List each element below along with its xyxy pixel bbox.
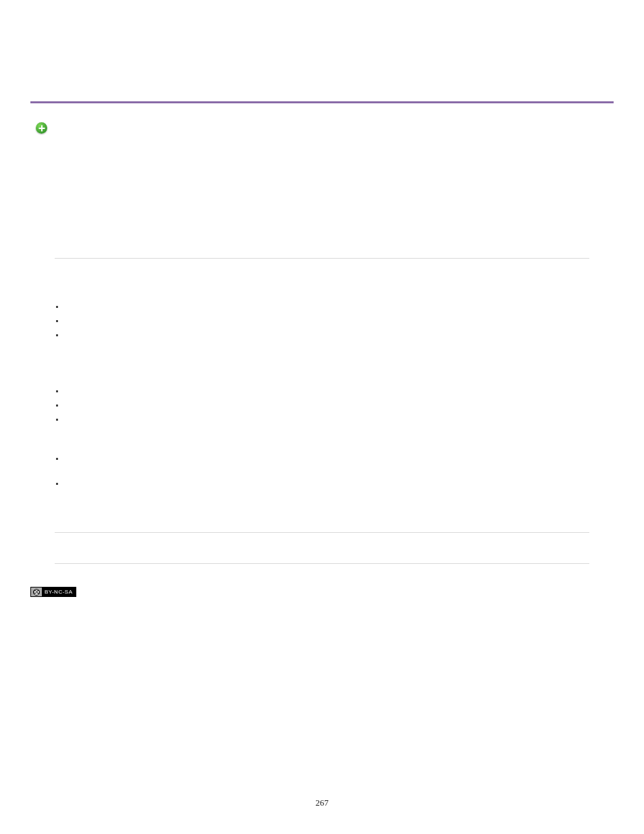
list-item: [56, 458, 58, 460]
list-item: [56, 306, 58, 308]
list-item: [56, 419, 58, 421]
license-text: BY-NC-SA: [42, 588, 76, 596]
divider: [55, 563, 589, 564]
divider: [55, 258, 589, 259]
plus-icon: [36, 122, 47, 134]
bullet-list: [56, 458, 601, 485]
page-number: 267: [0, 798, 644, 808]
bullet-list: [56, 390, 601, 421]
list-item: [56, 483, 58, 485]
license-badge: CC BY-NC-SA: [30, 587, 76, 597]
list-item: [56, 334, 58, 336]
divider: [55, 532, 589, 533]
list-item: [56, 390, 58, 392]
top-rule: [30, 101, 614, 103]
list-item: [56, 405, 58, 407]
bullet-list: [56, 306, 601, 336]
cc-logo-icon: CC: [33, 589, 40, 596]
list-item: [56, 320, 58, 322]
